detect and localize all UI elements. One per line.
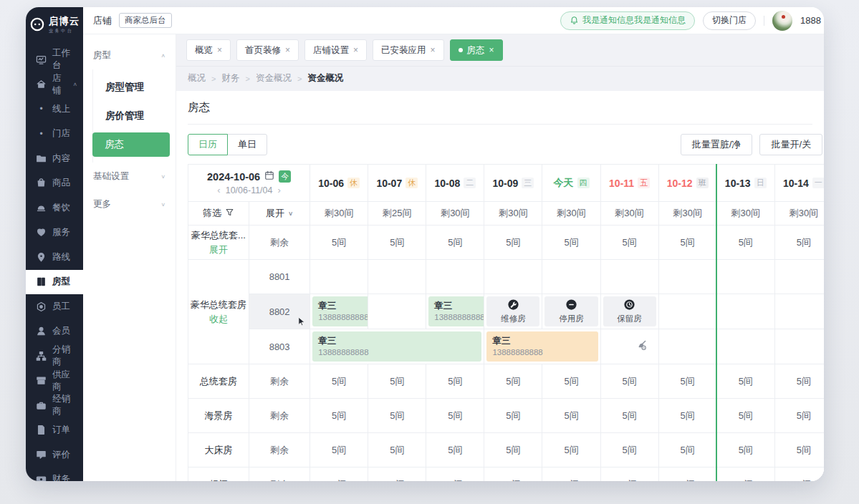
available-count-cell[interactable]: 5间 (600, 399, 658, 433)
sidebar-item-order[interactable]: 订单 (26, 418, 83, 443)
available-count-cell[interactable]: 5间 (542, 467, 600, 482)
empty-day-cell[interactable] (658, 294, 716, 329)
sidebar-item-supplier[interactable]: 供应商 (26, 369, 83, 394)
room-number-cell[interactable]: 8801 (249, 260, 310, 294)
day-header-今天[interactable]: 今天四 (542, 165, 600, 202)
sidebar-item-store[interactable]: •门店 (26, 122, 83, 147)
switch-store-button[interactable]: 切换门店 (703, 11, 756, 30)
notification-pill[interactable]: 我是通知信息我是通知信息 (560, 11, 695, 30)
submenu-item-roomprice-manage[interactable]: 房价管理 (93, 104, 170, 128)
view-calendar-button[interactable]: 日历 (188, 134, 228, 155)
submenu-item-roomtype-manage[interactable]: 房型管理 (93, 75, 170, 100)
tab-room-status[interactable]: 房态× (450, 39, 503, 61)
sidebar-item-workbench[interactable]: 工作台 (26, 47, 83, 72)
tab-shop-settings[interactable]: 店铺设置× (304, 39, 367, 61)
booking-cell[interactable]: 章三13888888888 (484, 329, 600, 364)
empty-day-cell[interactable] (368, 294, 426, 329)
sidebar-item-route[interactable]: 路线 (26, 245, 83, 270)
available-count-cell[interactable]: 5间 (542, 364, 600, 399)
account-phone[interactable]: 1888 (800, 15, 824, 26)
date-picker[interactable]: 2024-10-06今 (188, 170, 309, 183)
bulk-dirty-clean-button[interactable]: 批量置脏/净 (681, 134, 753, 155)
available-count-cell[interactable]: 5间 (600, 467, 658, 482)
expand-room-type-link[interactable]: 展开 (188, 243, 249, 257)
available-count-cell[interactable]: 5间 (600, 226, 658, 260)
empty-day-cell[interactable] (716, 260, 774, 294)
available-count-cell[interactable]: 5间 (716, 399, 774, 433)
available-count-cell[interactable]: 5间 (716, 364, 774, 399)
available-count-cell[interactable]: 5间 (542, 226, 600, 260)
sidebar-item-service[interactable]: 服务 (26, 220, 83, 246)
available-count-cell[interactable]: 5间 (426, 433, 484, 467)
sidebar-item-online[interactable]: •线上 (26, 97, 83, 122)
sidebar-item-content[interactable]: 内容 (26, 146, 83, 171)
sidebar-item-review[interactable]: 评价 (26, 442, 83, 467)
available-count-cell[interactable]: 5间 (658, 364, 716, 399)
available-count-cell[interactable]: 5间 (426, 364, 484, 399)
empty-day-cell[interactable] (484, 260, 542, 294)
day-header-10-13[interactable]: 10-13日 (716, 165, 774, 202)
status-cell[interactable]: 维修房 (484, 294, 542, 329)
sidebar-item-finance[interactable]: 财务 (26, 467, 83, 482)
available-count-cell[interactable]: 5间 (658, 467, 716, 482)
available-count-cell[interactable]: 5间 (716, 433, 774, 467)
collapse-room-group-link[interactable]: 收起 (188, 312, 249, 326)
booking-block[interactable]: 章三13888888888 (312, 331, 481, 362)
close-icon[interactable]: × (353, 45, 358, 55)
available-count-cell[interactable]: 5间 (600, 433, 658, 467)
available-count-cell[interactable]: 5间 (426, 226, 484, 260)
sidebar-item-goods[interactable]: 商品 (26, 171, 83, 196)
day-header-10-08[interactable]: 10-08二 (426, 165, 484, 202)
empty-day-cell[interactable] (774, 294, 824, 329)
available-count-cell[interactable]: 5间 (426, 399, 484, 433)
empty-day-cell[interactable] (368, 260, 426, 294)
bulk-open-close-button[interactable]: 批量开/关 (759, 134, 822, 155)
empty-day-cell[interactable] (542, 260, 600, 294)
tab-installed-apps[interactable]: 已安装应用× (373, 39, 444, 61)
expand-cell[interactable]: 展开∨ (249, 202, 310, 226)
close-icon[interactable]: × (285, 45, 290, 55)
close-icon[interactable]: × (431, 45, 436, 55)
room-number-cell[interactable]: 8802 (249, 294, 310, 329)
available-count-cell[interactable]: 5间 (774, 433, 824, 467)
available-count-cell[interactable]: 5间 (368, 399, 426, 433)
available-count-cell[interactable]: 5间 (310, 226, 368, 260)
available-count-cell[interactable]: 5间 (774, 399, 824, 433)
breadcrumb-item[interactable]: 财务 (221, 72, 239, 84)
available-count-cell[interactable]: 5间 (542, 433, 600, 467)
available-count-cell[interactable]: 5间 (774, 364, 824, 399)
available-count-cell[interactable]: 5间 (310, 433, 368, 467)
tab-overview[interactable]: 概览× (186, 39, 231, 61)
day-header-10-09[interactable]: 10-09三 (484, 165, 542, 202)
prev-range-arrow-icon[interactable]: ‹ (217, 185, 220, 195)
day-header-10-06[interactable]: 10-06休 (310, 165, 368, 202)
available-count-cell[interactable]: 5间 (426, 467, 484, 482)
empty-day-cell[interactable] (774, 329, 824, 364)
empty-day-cell[interactable] (426, 260, 484, 294)
room-status-block[interactable]: 保留房 (603, 296, 656, 326)
today-badge[interactable]: 今 (279, 170, 291, 183)
sidebar-item-distributor[interactable]: 分销商 (26, 344, 83, 369)
submenu-group-roomtype[interactable]: 房型∧ (83, 42, 176, 69)
available-count-cell[interactable]: 5间 (484, 226, 542, 260)
available-count-cell[interactable]: 5间 (484, 433, 542, 467)
empty-day-cell[interactable] (658, 329, 716, 364)
sidebar-item-catering[interactable]: 餐饮 (26, 195, 83, 220)
empty-day-cell[interactable] (310, 260, 368, 294)
available-count-cell[interactable]: 5间 (368, 433, 426, 467)
booking-block[interactable]: 章三13888888888 (312, 296, 368, 326)
breadcrumb-item[interactable]: 资金概况 (256, 72, 292, 84)
empty-day-cell[interactable] (716, 294, 774, 329)
next-range-arrow-icon[interactable]: › (277, 185, 280, 195)
sidebar-item-shop[interactable]: 店铺∧ (26, 72, 83, 97)
available-count-cell[interactable]: 5间 (716, 226, 774, 260)
status-cell[interactable]: 保留房 (600, 294, 658, 329)
available-count-cell[interactable]: 5间 (484, 399, 542, 433)
empty-day-cell[interactable] (658, 260, 716, 294)
expand-control[interactable]: 展开∨ (249, 207, 309, 220)
available-count-cell[interactable]: 5间 (484, 467, 542, 482)
booking-block[interactable]: 章三13888888888 (486, 331, 598, 362)
filter-control[interactable]: 筛选 (188, 207, 249, 220)
booking-cell[interactable]: 章三13888888888 (310, 329, 484, 364)
available-count-cell[interactable]: 5间 (658, 226, 716, 260)
